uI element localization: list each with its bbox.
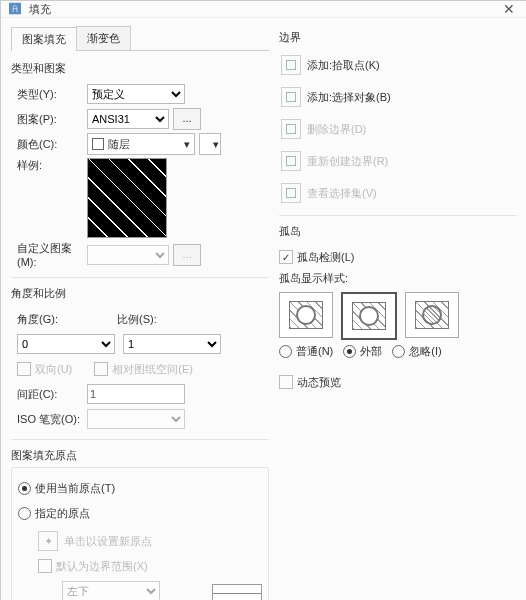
pattern-browse-button[interactable]: ... — [173, 108, 201, 130]
scale-label: 比例(S): — [117, 312, 157, 327]
app-icon: 🅰 — [9, 2, 23, 16]
pattern-select[interactable]: ANSI31 — [87, 109, 169, 129]
add-pick-button[interactable]: 添加:拾取点(K) — [279, 55, 517, 75]
recreate-boundary-button: 重新创建边界(R) — [279, 151, 517, 171]
biway-checkbox[interactable] — [17, 362, 31, 376]
tab-gradient[interactable]: 渐变色 — [76, 26, 131, 50]
color-label: 颜色(C): — [17, 137, 87, 152]
add-select-button[interactable]: 添加:选择对象(B) — [279, 87, 517, 107]
sample-swatch[interactable] — [87, 158, 167, 238]
island-normal-radio[interactable] — [279, 345, 292, 358]
type-label: 类型(Y): — [17, 87, 87, 102]
angle-select[interactable]: 0 — [17, 334, 115, 354]
custom-browse-button[interactable]: ... — [173, 244, 201, 266]
view-selection-button: 查看选择集(V) — [279, 183, 517, 203]
iso-label: ISO 笔宽(O): — [17, 412, 87, 427]
angle-label: 角度(G): — [17, 312, 87, 327]
pattern-label: 图案(P): — [17, 112, 87, 127]
island-normal-box[interactable] — [279, 292, 333, 338]
island-heading: 孤岛 — [279, 224, 517, 239]
island-outer-box[interactable] — [341, 292, 397, 340]
origin-preview-icon — [212, 584, 262, 600]
iso-select — [87, 409, 185, 429]
default-bound-checkbox — [38, 559, 52, 573]
sample-label: 样例: — [17, 158, 87, 173]
pick-origin-icon: ✦ — [38, 531, 58, 551]
custom-select — [87, 245, 169, 265]
island-ignore-box[interactable] — [405, 292, 459, 338]
color-select[interactable]: 随层 ▾ — [87, 133, 195, 155]
island-style-label: 孤岛显示样式: — [279, 271, 517, 286]
custom-label: 自定义图案(M): — [17, 241, 87, 268]
close-icon[interactable]: ✕ — [499, 1, 519, 17]
type-select[interactable]: 预定义 — [87, 84, 185, 104]
boundary-heading: 边界 — [279, 30, 517, 45]
island-ignore-radio[interactable] — [392, 345, 405, 358]
island-detect-checkbox[interactable] — [279, 250, 293, 264]
spacing-label: 间距(C): — [17, 387, 87, 402]
origin-pos-select: 左下 — [62, 581, 160, 600]
window-title: 填充 — [29, 2, 51, 17]
dynamic-preview-checkbox[interactable] — [279, 375, 293, 389]
origin-heading: 图案填充原点 — [11, 448, 269, 463]
angle-heading: 角度和比例 — [11, 286, 269, 301]
delete-boundary-button: 删除边界(D) — [279, 119, 517, 139]
origin-specified-radio[interactable] — [18, 507, 31, 520]
type-heading: 类型和图案 — [11, 61, 269, 76]
color-swatch-icon — [92, 138, 104, 150]
color-extra-select[interactable]: ▾ — [199, 133, 221, 155]
spacing-input — [87, 384, 185, 404]
origin-current-radio[interactable] — [18, 482, 31, 495]
relpaper-checkbox[interactable] — [94, 362, 108, 376]
island-outer-radio[interactable] — [343, 345, 356, 358]
tab-pattern[interactable]: 图案填充 — [11, 27, 77, 51]
scale-select[interactable]: 1 — [123, 334, 221, 354]
